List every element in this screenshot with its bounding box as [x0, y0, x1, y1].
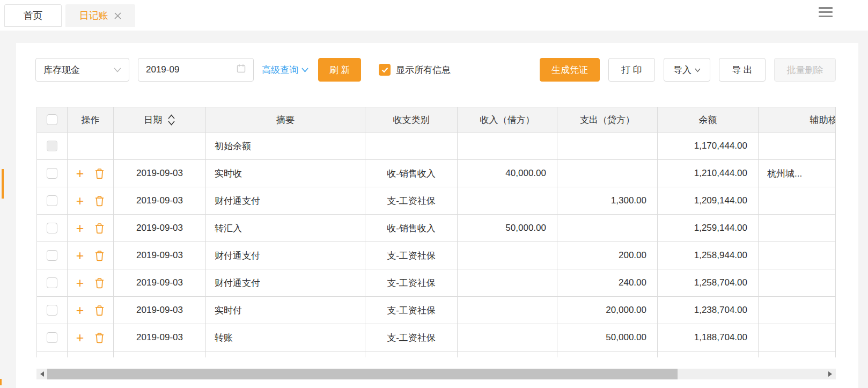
- date-sort-control[interactable]: [167, 114, 175, 126]
- cell-summary: 财付通支付: [206, 187, 365, 214]
- cell-category: 收-销售收入: [365, 215, 458, 241]
- cell-actions: +: [68, 160, 114, 187]
- cell-expense: 50,000.00: [557, 324, 658, 351]
- workspace-background: 库存现金 2019-09 高级查询: [0, 31, 868, 388]
- header-summary: 摘要: [206, 107, 365, 132]
- advanced-query-link[interactable]: 高级查询: [262, 64, 308, 76]
- journal-table: 操作 日期 摘要 收支类别 收入（借方） 支出（贷方） 余额 辅助核算: [36, 107, 836, 357]
- cell-select: [37, 324, 68, 351]
- cell-category: 支-工资社保: [365, 269, 458, 296]
- cell-balance: 1,258,704.00: [658, 269, 759, 296]
- horizontal-scrollbar[interactable]: [36, 369, 836, 379]
- cell-date: 2019-09-03: [114, 215, 206, 241]
- close-icon[interactable]: [114, 12, 122, 20]
- table-row: 初始余额1,170,444.00: [37, 133, 836, 160]
- row-checkbox[interactable]: [47, 168, 57, 179]
- period-value: 2019-09: [146, 64, 179, 75]
- cell-expense: [557, 352, 658, 357]
- cell-select: [37, 215, 68, 241]
- journal-panel: 库存现金 2019-09 高级查询: [16, 43, 858, 388]
- tab-journal-label: 日记账: [79, 9, 108, 22]
- cell-summary: [206, 352, 365, 357]
- tab-home[interactable]: 首页: [4, 4, 62, 27]
- calendar-icon: [237, 64, 246, 76]
- cell-balance: 1,188,704.00: [658, 324, 759, 351]
- header-expense: 支出（贷方）: [557, 107, 658, 132]
- header-income: 收入（借方）: [458, 107, 557, 132]
- export-button[interactable]: 导 出: [719, 58, 766, 82]
- account-select[interactable]: 库存现金: [35, 58, 129, 82]
- chevron-down-icon: [695, 64, 701, 75]
- add-row-icon[interactable]: +: [76, 305, 84, 316]
- table-row-partial: [37, 352, 836, 357]
- table-row: +2019-09-03财付通支付支-工资社保240.001,258,704.00: [37, 269, 836, 297]
- add-row-icon[interactable]: +: [76, 277, 84, 288]
- cell-date: 2019-09-03: [114, 187, 206, 214]
- row-checkbox[interactable]: [47, 332, 57, 343]
- scrollbar-thumb[interactable]: [47, 369, 678, 379]
- period-picker[interactable]: 2019-09: [138, 58, 254, 82]
- cell-expense: [557, 160, 658, 187]
- cell-actions: [68, 352, 114, 357]
- row-checkbox[interactable]: [47, 223, 57, 233]
- row-checkbox[interactable]: [47, 305, 57, 316]
- delete-row-icon[interactable]: [94, 168, 105, 179]
- cell-auxiliary: [759, 352, 836, 357]
- add-row-icon[interactable]: +: [76, 250, 84, 261]
- refresh-button[interactable]: 刷 新: [318, 58, 361, 82]
- add-row-icon[interactable]: +: [76, 223, 84, 233]
- select-all-checkbox[interactable]: [47, 114, 57, 125]
- sidebar-collapsed-indicator[interactable]: [2, 169, 4, 199]
- cell-income: [458, 269, 557, 296]
- print-button[interactable]: 打 印: [608, 58, 655, 82]
- delete-row-icon[interactable]: [94, 223, 105, 234]
- delete-row-icon[interactable]: [94, 250, 105, 261]
- table-row: +2019-09-03财付通支付支-工资社保200.001,258,944.00: [37, 242, 836, 269]
- add-row-icon[interactable]: +: [76, 168, 84, 179]
- cell-actions: [68, 133, 114, 159]
- hamburger-icon[interactable]: [819, 7, 833, 17]
- cell-select: [37, 187, 68, 214]
- cell-select: [37, 133, 68, 159]
- cell-balance: 1,259,144.00: [658, 215, 759, 241]
- chevron-down-icon: [301, 64, 308, 75]
- cell-date: 2019-09-03: [114, 297, 206, 324]
- cell-income: [458, 352, 557, 357]
- row-checkbox[interactable]: [47, 277, 57, 288]
- cell-auxiliary: [759, 187, 836, 214]
- cell-expense: 240.00: [557, 269, 658, 296]
- scroll-left-arrow-icon[interactable]: [40, 371, 44, 377]
- add-row-icon[interactable]: +: [76, 332, 84, 343]
- cell-summary: 财付通支付: [206, 269, 365, 296]
- show-all-checkbox[interactable]: [379, 64, 391, 76]
- cell-category: [365, 133, 458, 159]
- delete-row-icon[interactable]: [94, 195, 105, 207]
- row-checkbox[interactable]: [47, 141, 57, 151]
- tab-journal[interactable]: 日记账: [65, 4, 135, 27]
- cell-balance: 1,258,944.00: [658, 242, 759, 269]
- cell-expense: [557, 133, 658, 159]
- delete-row-icon[interactable]: [94, 277, 105, 289]
- delete-row-icon[interactable]: [94, 332, 105, 343]
- header-auxiliary: 辅助核算: [759, 107, 836, 132]
- toolbar: 库存现金 2019-09 高级查询: [35, 58, 836, 82]
- cell-summary: 初始余额: [206, 133, 365, 159]
- cell-summary: 转汇入: [206, 215, 365, 241]
- journal-table-body: 初始余额1,170,444.00+2019-09-03实时收收-销售收入40,0…: [37, 133, 836, 357]
- delete-row-icon[interactable]: [94, 305, 105, 316]
- add-row-icon[interactable]: +: [76, 195, 84, 206]
- table-row: +2019-09-03财付通支付支-工资社保1,300.001,209,144.…: [37, 187, 836, 215]
- row-checkbox[interactable]: [47, 195, 57, 206]
- cell-date: 2019-09-03: [114, 160, 206, 187]
- cell-date: [114, 352, 206, 357]
- batch-delete-button[interactable]: 批量删除: [774, 58, 836, 82]
- cell-income: 40,000.00: [458, 160, 557, 187]
- row-checkbox[interactable]: [47, 250, 57, 261]
- header-op: 操作: [68, 107, 114, 132]
- cell-summary: 实时付: [206, 297, 365, 324]
- generate-voucher-button[interactable]: 生成凭证: [540, 58, 600, 82]
- cell-auxiliary: [759, 215, 836, 241]
- scroll-right-arrow-icon[interactable]: [828, 371, 832, 377]
- cell-balance: 1,238,704.00: [658, 297, 759, 324]
- import-button[interactable]: 导入: [664, 58, 710, 82]
